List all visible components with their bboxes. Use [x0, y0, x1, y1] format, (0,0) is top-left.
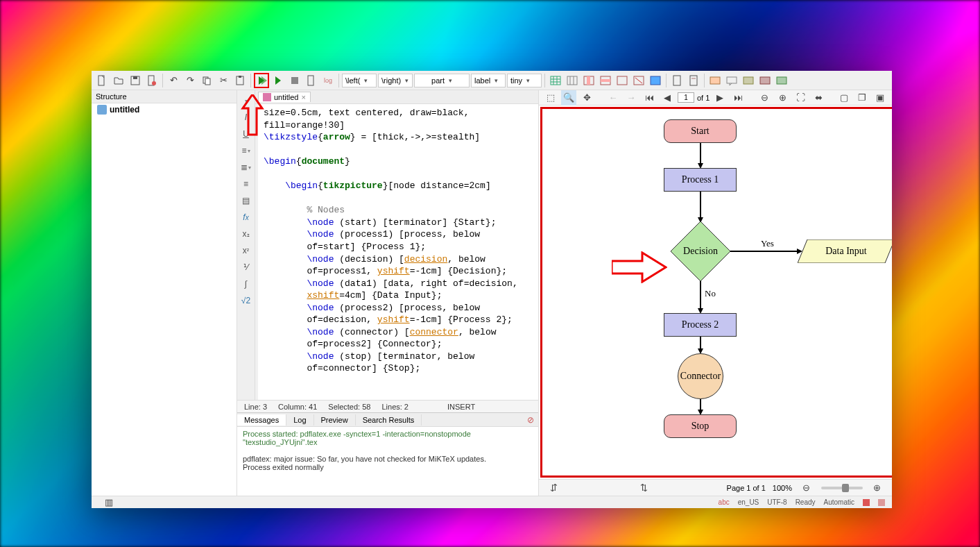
log-icon[interactable]: log: [320, 73, 336, 88]
next-arrow-icon[interactable]: →: [624, 90, 639, 106]
zoom-select-icon[interactable]: 🔍: [561, 90, 576, 106]
tex-file-icon: [97, 105, 107, 115]
left-bracket-select[interactable]: \left(: [342, 74, 377, 87]
fx-icon[interactable]: fx: [239, 211, 253, 224]
build-and-view-button[interactable]: [254, 73, 269, 88]
encoding-label[interactable]: UTF-8: [767, 498, 786, 506]
tex-icon: [263, 93, 271, 101]
preview-canvas[interactable]: Start Process 1 Decision Yes Data Input: [540, 107, 892, 478]
status-line: Line: 3: [244, 403, 267, 411]
right-bracket-select[interactable]: \right): [378, 74, 413, 87]
status-pink-icon[interactable]: [878, 499, 885, 506]
zoom-out-button[interactable]: ⊖: [799, 480, 814, 496]
node-connector: Connector: [678, 353, 723, 399]
list-icon[interactable]: ▤: [239, 194, 253, 207]
zoom-out-icon[interactable]: ⊖: [757, 90, 772, 106]
sync-icon[interactable]: ⇵: [546, 480, 561, 496]
panel2-icon[interactable]: [757, 73, 773, 88]
first-page-icon[interactable]: ⏮: [642, 90, 657, 106]
frac-icon[interactable]: ⅟: [239, 261, 253, 274]
align-left-icon[interactable]: ≡: [239, 144, 253, 157]
align-center-icon[interactable]: ≣: [239, 161, 253, 174]
lang-label[interactable]: en_US: [738, 498, 759, 506]
close-preview-icon[interactable]: ▣: [872, 90, 888, 106]
open-file-icon[interactable]: [111, 73, 126, 88]
tab-preview[interactable]: Preview: [314, 414, 356, 426]
zoom-label: 100%: [773, 484, 792, 492]
prev-arrow-icon[interactable]: ←: [605, 90, 621, 106]
save-icon[interactable]: [128, 73, 143, 88]
pan-icon[interactable]: ✥: [579, 90, 594, 106]
italic-icon[interactable]: I: [239, 111, 253, 124]
copy-icon[interactable]: [199, 73, 214, 88]
slide-icon[interactable]: [707, 73, 723, 88]
zoom-slider[interactable]: [821, 487, 863, 489]
code-editor[interactable]: size=0.5cm, text centered, draw=black, f…: [255, 104, 538, 400]
fit-icon[interactable]: ⛶: [793, 90, 808, 106]
tab-messages[interactable]: Messages: [237, 414, 286, 426]
svg-rect-35: [263, 93, 271, 101]
separator: [666, 74, 667, 87]
status-red-icon[interactable]: [863, 499, 870, 506]
texstudio-window: ↶ ↷ ✂ log \left( \right) part label tiny: [92, 71, 892, 508]
next-page-icon[interactable]: ▶: [712, 90, 728, 106]
prev-page-icon[interactable]: ◀: [660, 90, 675, 106]
panel3-icon[interactable]: [774, 73, 789, 88]
messages-close-icon[interactable]: ⊘: [527, 415, 534, 425]
auto-label[interactable]: Automatic: [824, 498, 854, 506]
superscript-icon[interactable]: x²: [239, 244, 253, 257]
fontsize-select[interactable]: tiny: [507, 74, 542, 87]
svg-rect-16: [567, 76, 577, 85]
page-input[interactable]: [678, 92, 694, 103]
fit-width-icon[interactable]: ⬌: [811, 90, 826, 106]
bold-icon[interactable]: [239, 94, 253, 107]
table-cell-icon[interactable]: [614, 73, 630, 88]
close-file-icon[interactable]: [144, 73, 160, 88]
message-line: pdflatex: major issue: So far, you have …: [243, 455, 533, 463]
table-icon[interactable]: [548, 73, 563, 88]
node-process1: Process 1: [664, 168, 737, 192]
redo-icon[interactable]: ↷: [182, 73, 198, 88]
sidebar-header: Structure: [92, 90, 237, 103]
label-select[interactable]: label: [471, 74, 506, 87]
cut-icon[interactable]: ✂: [216, 73, 231, 88]
separator: [544, 74, 545, 87]
panel-toggle-icon[interactable]: ▥: [101, 495, 117, 510]
compile-button[interactable]: [270, 73, 286, 88]
underline-icon[interactable]: U: [239, 128, 253, 140]
tab-search-results[interactable]: Search Results: [356, 414, 422, 426]
view-icon[interactable]: [304, 73, 319, 88]
sqrt-icon[interactable]: √2: [239, 294, 253, 307]
undo-icon[interactable]: ↶: [166, 73, 181, 88]
new-file-icon[interactable]: [94, 73, 110, 88]
spellcheck-icon[interactable]: abc: [719, 498, 730, 506]
sync2-icon[interactable]: ⇅: [636, 480, 651, 496]
table-merge-icon[interactable]: [648, 73, 663, 88]
cursor-icon[interactable]: ⬚: [543, 90, 558, 106]
panel1-icon[interactable]: [741, 73, 756, 88]
last-page-icon[interactable]: ⏭: [730, 90, 746, 106]
structure-item[interactable]: untitled: [92, 103, 237, 116]
zoom-in-button[interactable]: ⊕: [870, 480, 885, 496]
align-right-icon[interactable]: ≡: [239, 178, 253, 190]
table2-icon[interactable]: [565, 73, 580, 88]
svg-rect-9: [291, 77, 298, 84]
messages-body[interactable]: Process started: pdflatex.exe -synctex=1…: [237, 427, 538, 496]
table-row-icon[interactable]: [598, 73, 613, 88]
pdf-icon[interactable]: [669, 73, 685, 88]
close-tab-icon[interactable]: ×: [301, 93, 305, 101]
comment-icon[interactable]: [724, 73, 739, 88]
zoom-in-icon[interactable]: ⊕: [775, 90, 790, 106]
table-col-icon[interactable]: [581, 73, 596, 88]
tab-log[interactable]: Log: [286, 414, 313, 426]
table-del-icon[interactable]: [631, 73, 646, 88]
expand-icon[interactable]: ▢: [836, 90, 852, 106]
doc-icon[interactable]: [686, 73, 701, 88]
int-icon[interactable]: ∫: [239, 278, 253, 290]
subscript-icon[interactable]: x₂: [239, 228, 253, 240]
paste-icon[interactable]: [232, 73, 248, 88]
window-icon[interactable]: ❐: [854, 90, 870, 106]
stop-button[interactable]: [287, 73, 302, 88]
part-select[interactable]: part: [414, 74, 470, 87]
editor-tab[interactable]: untitled ×: [258, 92, 311, 102]
